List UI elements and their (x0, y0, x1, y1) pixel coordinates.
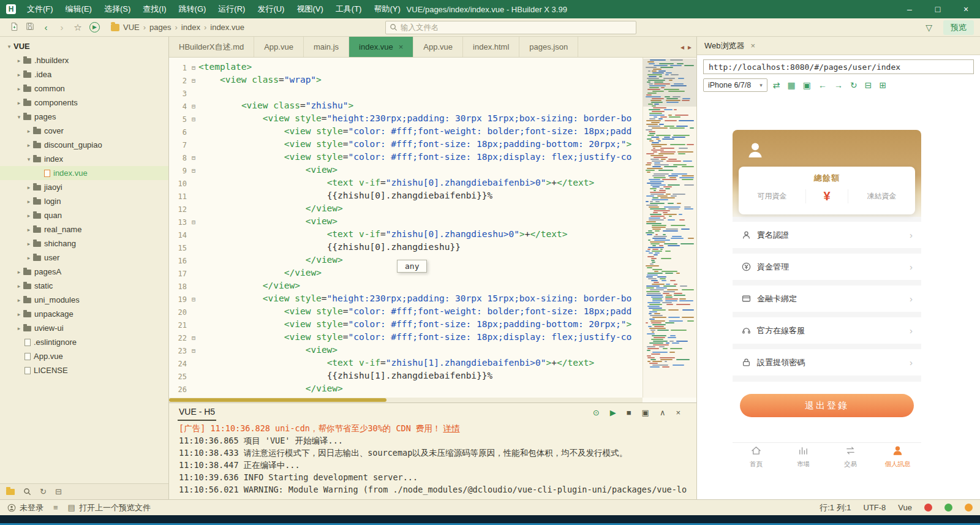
code-editor[interactable]: 1⊟<template>2⊟ <view class="wrap">34⊟ <v… (169, 58, 696, 402)
code-line[interactable]: 10 <text v-if="zhishu[0].zhangdiebaifenb… (169, 176, 643, 189)
code-line[interactable]: 2⊟ <view class="wrap"> (169, 74, 643, 86)
code-line[interactable]: 15 {{zhishu[0].zhangdieshu}} (169, 241, 643, 254)
fold-marker-icon[interactable]: ⊟ (189, 61, 198, 74)
fold-marker-icon[interactable]: ⊟ (189, 74, 198, 86)
tree-item-login[interactable]: ▸login (0, 194, 168, 208)
list-icon[interactable]: ≡ (53, 503, 58, 512)
tree-item-static[interactable]: ▸static (0, 279, 168, 293)
login-status[interactable]: 未登录 (7, 502, 43, 513)
code-line[interactable]: 20 <view style="color: #fff;font-weight:… (169, 305, 643, 318)
editor-tab-6[interactable]: pages.json (519, 37, 578, 57)
tabbar-item-0[interactable]: 首頁 (733, 443, 780, 470)
fold-marker-icon[interactable]: ⊟ (189, 164, 198, 176)
menu-item-0[interactable]: 實名認證› (733, 222, 921, 248)
code-line[interactable]: 8⊟ <view style="color: #fff;font-size: 1… (169, 151, 643, 164)
tree-item-pagesA[interactable]: ▸pagesA (0, 265, 168, 279)
stop-icon[interactable]: ■ (627, 408, 631, 417)
editor-tab-1[interactable]: App.vue (254, 37, 304, 57)
menu-item-3[interactable]: 查找(I) (137, 0, 172, 18)
qr-code-icon[interactable]: ▦ (787, 80, 795, 90)
tab-scroll-right-icon[interactable]: ▸ (688, 43, 692, 51)
code-line[interactable]: 21 <view style="color: #fff;font-size: 1… (169, 318, 643, 331)
tree-item-unpackage[interactable]: ▸unpackage (0, 307, 168, 321)
code-line[interactable]: 3 (169, 86, 643, 99)
menu-item-3[interactable]: 官方在線客服› (733, 317, 921, 344)
menu-item-2[interactable]: 金融卡綁定› (733, 285, 921, 312)
back-icon[interactable]: ‹ (38, 22, 54, 32)
nav-forward-icon[interactable]: → (834, 80, 843, 90)
tree-item-.idea[interactable]: ▸.idea (0, 67, 168, 81)
device-select[interactable]: iPhone 6/7/8 ▾ (703, 78, 767, 92)
minimize-button[interactable]: – (895, 0, 924, 18)
language-mode[interactable]: Vue (898, 503, 912, 512)
horizontal-scrollbar[interactable] (169, 398, 643, 402)
user-status-icon[interactable] (965, 504, 973, 512)
new-file-icon[interactable] (6, 22, 22, 33)
code-line[interactable]: 18 </view> (169, 279, 643, 292)
tree-item-discount_gupiao[interactable]: ▸discount_gupiao (0, 138, 168, 152)
tree-item-common[interactable]: ▸common (0, 81, 168, 96)
browser-tab-label[interactable]: Web浏览器 (704, 40, 745, 51)
fold-marker-icon[interactable]: ⊟ (189, 151, 198, 164)
tabbar-item-1[interactable]: 市場 (780, 443, 827, 470)
code-line[interactable]: 4⊟ <view class="zhishu"> (169, 99, 643, 112)
editor-tab-4[interactable]: App.vue (413, 37, 463, 57)
close-tab-icon[interactable]: × (399, 42, 404, 51)
code-line[interactable]: 1⊟<template> (169, 61, 643, 74)
fold-marker-icon[interactable]: ⊟ (189, 292, 198, 305)
minimap[interactable] (643, 58, 696, 398)
split-icon[interactable]: ⊞ (879, 80, 886, 90)
editor-tab-3[interactable]: index.vue× (349, 37, 413, 57)
tree-item-quan[interactable]: ▸quan (0, 208, 168, 222)
menu-item-8[interactable]: 工具(T) (330, 0, 368, 18)
menu-item-6[interactable]: 发行(U) (251, 0, 290, 18)
run-icon[interactable]: ▶ (610, 408, 616, 417)
forward-icon[interactable]: › (54, 22, 70, 32)
screenshot-icon[interactable]: ▣ (803, 80, 811, 90)
tree-item-user[interactable]: ▸user (0, 251, 168, 265)
find-in-files-icon[interactable] (23, 488, 31, 496)
code-line[interactable]: 22⊟ <view style="color: #fff;font-size: … (169, 331, 643, 344)
code-line[interactable]: 24 <text v-if="zhishu[1].zhangdiebaifenb… (169, 357, 643, 369)
tree-item-uni_modules[interactable]: ▸uni_modules (0, 293, 168, 307)
rotate-icon[interactable]: ⇄ (773, 80, 780, 90)
tree-item-uview-ui[interactable]: ▸uview-ui (0, 321, 168, 335)
code-line[interactable]: 25 {{zhishu[1].zhangdiebaifenbi}}% (169, 369, 643, 382)
tabbar-item-2[interactable]: 交易 (827, 443, 874, 470)
breadcrumb-item[interactable]: pages (149, 23, 171, 32)
menu-item-1[interactable]: 编辑(E) (59, 0, 98, 18)
nav-back-icon[interactable]: ← (818, 80, 827, 90)
minimap-viewport[interactable] (643, 59, 696, 107)
code-line[interactable]: 23⊟ <view> (169, 344, 643, 357)
file-search-box[interactable] (385, 21, 636, 34)
tree-item-components[interactable]: ▸components (0, 96, 168, 110)
detach-icon[interactable]: ▣ (642, 408, 649, 417)
bookmark-star-icon[interactable]: ☆ (70, 22, 86, 33)
save-icon[interactable] (22, 22, 38, 32)
url-input[interactable] (703, 59, 974, 74)
breadcrumb-item[interactable]: index.vue (210, 23, 244, 32)
chat-icon[interactable] (944, 504, 952, 512)
breadcrumb-item[interactable]: VUE (123, 23, 140, 32)
menu-item-4[interactable]: 設置提領密碼› (733, 349, 921, 376)
code-line[interactable]: 14 <text v-if="zhishu[0].zhangdieshu>0">… (169, 228, 643, 241)
editor-tab-5[interactable]: index.html (463, 37, 519, 57)
breadcrumb-item[interactable]: index (181, 23, 200, 32)
fold-marker-icon[interactable]: ⊟ (189, 344, 198, 357)
close-console-icon[interactable]: × (676, 408, 680, 417)
logout-button[interactable]: 退出登錄 (740, 394, 914, 417)
run-icon[interactable]: ▶ (89, 22, 100, 32)
tree-item-index.vue[interactable]: index.vue (0, 166, 168, 180)
menu-item-7[interactable]: 视图(V) (290, 0, 329, 18)
tabbar-item-3[interactable]: 個人訊息 (874, 443, 921, 470)
tree-item-pages[interactable]: ▾pages (0, 110, 168, 124)
code-line[interactable]: 13⊟ <view> (169, 215, 643, 228)
editor-tab-0[interactable]: HBuilderX自述.md (169, 37, 254, 57)
menu-item-5[interactable]: 运行(R) (212, 0, 251, 18)
tree-item-cover[interactable]: ▸cover (0, 124, 168, 138)
menu-item-4[interactable]: 跳转(G) (173, 0, 213, 18)
tree-item-VUE[interactable]: ▾VUE (0, 39, 168, 53)
fold-marker-icon[interactable]: ⊟ (189, 112, 198, 125)
tree-item-index[interactable]: ▾index (0, 152, 168, 166)
code-line[interactable]: 6 <view style="color: #fff;font-weight: … (169, 125, 643, 138)
